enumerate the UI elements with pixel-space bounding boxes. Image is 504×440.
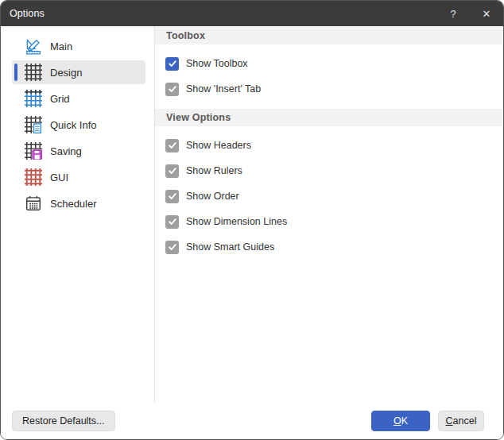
sidebar-item-label: GUI [50, 172, 68, 183]
selected-accent-bar [14, 64, 17, 81]
section-header: View Options [155, 109, 503, 126]
grid-save-icon [25, 142, 42, 160]
ok-accel: O [394, 415, 401, 426]
checkbox-row-show-insert-tab[interactable]: Show 'Insert' Tab [165, 76, 503, 102]
checkbox-label: Show Headers [186, 140, 251, 151]
options-dialog: Options ? ✕ MainDesignGridQuick InfoSavi… [0, 0, 504, 440]
sidebar-item-label: Quick Info [50, 119, 97, 131]
checkbox-row-show-dimension-lines[interactable]: Show Dimension Lines [165, 209, 503, 234]
section-body: Show HeadersShow RulersShow OrderShow Di… [155, 126, 503, 260]
checkbox-show-toolbox[interactable] [165, 57, 179, 71]
sidebar-item-grid[interactable]: Grid [12, 87, 145, 110]
window-title: Options [10, 8, 45, 19]
restore-defaults-button[interactable]: Restore Defaults... [12, 411, 115, 431]
checkbox-label: Show Smart Guides [186, 241, 274, 253]
checkbox-row-show-toolbox[interactable]: Show Toolbox [165, 51, 503, 76]
sidebar-item-quick-info[interactable]: Quick Info [12, 113, 145, 137]
section-body: Show ToolboxShow 'Insert' Tab [155, 44, 503, 102]
checkbox-show-order[interactable] [165, 190, 179, 203]
titlebar-buttons: ? ✕ [436, 1, 503, 26]
checkbox-row-show-smart-guides[interactable]: Show Smart Guides [165, 234, 503, 260]
checkbox-show-headers[interactable] [165, 139, 179, 152]
footer-right-buttons: OK Cancel [371, 411, 484, 431]
calendar-icon [25, 195, 42, 212]
checkbox-label: Show Rulers [186, 165, 242, 176]
sidebar-item-label: Design [50, 67, 82, 79]
checkbox-row-show-order[interactable]: Show Order [165, 183, 503, 209]
checkbox-show-rulers[interactable] [165, 164, 179, 178]
design-tools-icon [25, 37, 42, 55]
close-icon[interactable]: ✕ [470, 1, 503, 26]
settings-panel: ToolboxShow ToolboxShow 'Insert' TabView… [155, 26, 503, 403]
grid-red-icon [25, 168, 42, 186]
checkbox-label: Show Dimension Lines [186, 216, 287, 227]
cancel-button[interactable]: Cancel [438, 411, 484, 431]
cancel-accel: C [446, 415, 453, 426]
sidebar-item-design[interactable]: Design [12, 60, 145, 84]
grid-document-icon [25, 116, 42, 133]
sidebar-item-label: Saving [50, 145, 82, 157]
ok-rest: K [401, 415, 408, 426]
sidebar: MainDesignGridQuick InfoSavingGUISchedul… [1, 26, 155, 403]
checkbox-label: Show Toolbox [186, 58, 248, 69]
sidebar-item-scheduler[interactable]: Scheduler [12, 191, 145, 215]
checkbox-row-show-headers[interactable]: Show Headers [165, 133, 503, 158]
checkbox-show-smart-guides[interactable] [165, 241, 179, 254]
dialog-body: MainDesignGridQuick InfoSavingGUISchedul… [1, 26, 503, 403]
sidebar-item-label: Scheduler [50, 198, 97, 210]
section-toolbox: ToolboxShow ToolboxShow 'Insert' Tab [155, 27, 503, 102]
sidebar-item-label: Main [50, 41, 72, 52]
sidebar-item-gui[interactable]: GUI [12, 165, 145, 189]
sidebar-item-saving[interactable]: Saving [12, 139, 145, 163]
help-icon[interactable]: ? [436, 1, 470, 26]
titlebar[interactable]: Options ? ✕ [1, 1, 503, 26]
checkbox-show-insert-tab[interactable] [165, 83, 179, 96]
checkbox-label: Show Order [186, 191, 239, 202]
sidebar-item-main[interactable]: Main [12, 34, 145, 58]
checkbox-row-show-rulers[interactable]: Show Rulers [165, 158, 503, 183]
grid-blue-icon [25, 90, 42, 107]
footer: Restore Defaults... OK Cancel [1, 403, 503, 439]
checkbox-show-dimension-lines[interactable] [165, 215, 179, 229]
checkbox-label: Show 'Insert' Tab [186, 83, 261, 95]
section-view-options: View OptionsShow HeadersShow RulersShow … [155, 109, 503, 260]
sidebar-item-label: Grid [50, 93, 70, 105]
grid-dark-icon [25, 64, 42, 81]
section-header: Toolbox [155, 27, 503, 44]
ok-button[interactable]: OK [371, 411, 430, 431]
cancel-rest: ancel [453, 415, 477, 426]
